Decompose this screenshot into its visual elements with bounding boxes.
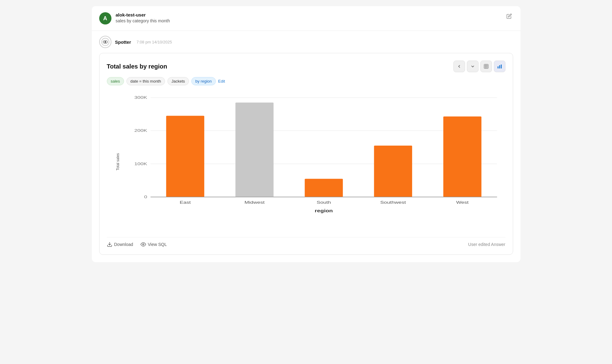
- svg-text:0: 0: [144, 195, 147, 199]
- svg-rect-21: [235, 102, 273, 197]
- card-header: Total sales by region: [107, 61, 505, 72]
- spotter-timestamp: 7:08 pm 14/10/2025: [137, 40, 172, 44]
- svg-rect-9: [499, 65, 500, 69]
- download-icon: [107, 242, 112, 247]
- avatar: A: [99, 12, 111, 24]
- answer-card: Total sales by region: [99, 53, 513, 255]
- pill-Jackets[interactable]: Jackets: [167, 77, 189, 85]
- back-button[interactable]: [453, 61, 465, 72]
- svg-text:East: East: [180, 200, 191, 204]
- edit-message-button[interactable]: [505, 12, 513, 22]
- chart-view-button[interactable]: [494, 61, 505, 72]
- svg-rect-25: [374, 146, 412, 197]
- svg-text:200K: 200K: [134, 128, 147, 133]
- svg-rect-23: [305, 179, 343, 197]
- card-footer: Download View SQL User edited Answer: [107, 237, 505, 247]
- svg-rect-3: [484, 64, 488, 69]
- svg-rect-19: [166, 116, 204, 197]
- svg-text:Midwest: Midwest: [244, 200, 265, 204]
- user-message-left: A alok-test-user sales by category this …: [99, 12, 170, 24]
- page-container: A alok-test-user sales by category this …: [92, 6, 520, 262]
- user-message-row: A alok-test-user sales by category this …: [92, 6, 520, 31]
- svg-point-32: [143, 244, 144, 245]
- footer-left: Download View SQL: [107, 242, 167, 247]
- footer-status: User edited Answer: [468, 242, 505, 247]
- view-sql-button[interactable]: View SQL: [141, 242, 167, 247]
- chart-inner: 0100K200K300KEastMidwestSouthSouthwestWe…: [125, 91, 505, 214]
- svg-rect-10: [501, 65, 501, 69]
- spotter-logo: [99, 36, 111, 48]
- user-name: alok-test-user: [116, 12, 170, 17]
- pills-row: salesdate = this monthJacketsby regionEd…: [107, 77, 505, 85]
- spotter-name: Spotter: [115, 39, 131, 45]
- chart-svg: 0100K200K300KEastMidwestSouthSouthwestWe…: [125, 91, 505, 214]
- user-info: alok-test-user sales by category this mo…: [116, 12, 170, 23]
- table-view-button[interactable]: [480, 61, 492, 72]
- expand-button[interactable]: [467, 61, 479, 72]
- eye-icon: [141, 242, 146, 247]
- svg-text:region: region: [315, 209, 333, 214]
- svg-text:West: West: [456, 200, 468, 204]
- download-label: Download: [114, 242, 133, 247]
- card-controls: [453, 61, 505, 72]
- svg-text:South: South: [317, 200, 331, 204]
- svg-text:300K: 300K: [134, 95, 147, 99]
- pill-by-region[interactable]: by region: [191, 77, 216, 85]
- view-sql-label: View SQL: [148, 242, 167, 247]
- svg-text:Southwest: Southwest: [380, 200, 406, 204]
- svg-rect-27: [443, 117, 481, 197]
- pill-sales[interactable]: sales: [107, 77, 124, 85]
- svg-point-2: [104, 41, 106, 43]
- svg-rect-8: [497, 66, 498, 69]
- edit-link[interactable]: Edit: [218, 79, 225, 84]
- card-title: Total sales by region: [107, 63, 167, 70]
- svg-text:100K: 100K: [134, 162, 147, 166]
- chart-wrapper: Total sales 0100K200K300KEastMidwestSout…: [107, 91, 505, 232]
- y-axis-label: Total sales: [116, 153, 120, 171]
- spotter-row: Spotter 7:08 pm 14/10/2025: [92, 31, 520, 50]
- user-query: sales by category this month: [116, 18, 170, 23]
- download-button[interactable]: Download: [107, 242, 133, 247]
- pill-date-=-this-month[interactable]: date = this month: [126, 77, 165, 85]
